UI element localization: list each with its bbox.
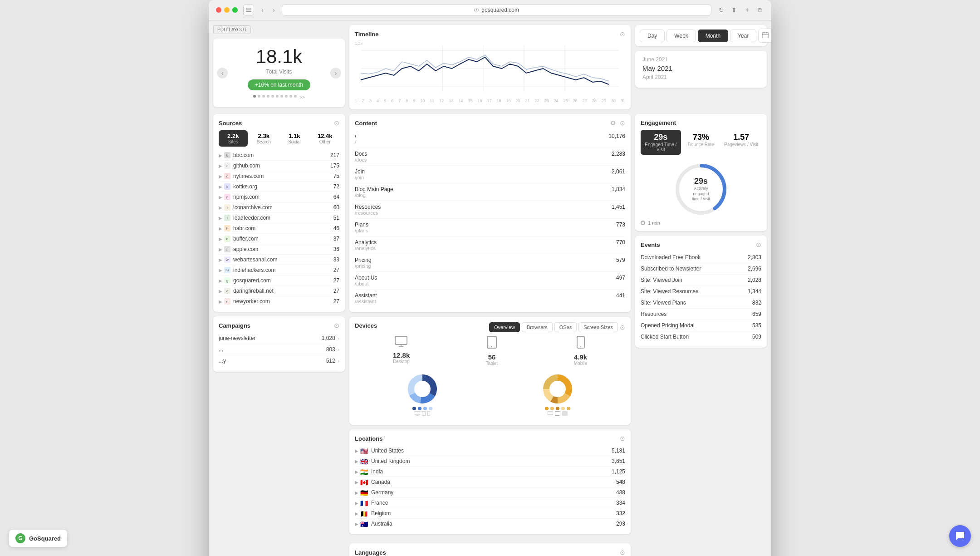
devices-settings-icon[interactable]: ⊙ (620, 324, 625, 331)
day-button[interactable]: Day (640, 30, 665, 42)
sources-settings-icon[interactable]: ⊙ (334, 119, 339, 127)
share-button[interactable]: ⬆ (730, 5, 739, 15)
source-row: ▶lleadfeeder.com51 (219, 213, 339, 223)
tab-sites[interactable]: 2.2k Sites (219, 130, 248, 147)
campaign-row-3: ...y 512 › (219, 355, 339, 366)
mobile-pie-svg (542, 373, 573, 405)
content-row-8: Pricing/pricing 579 (355, 254, 625, 272)
svg-point-23 (580, 346, 581, 347)
reload-button[interactable]: ↻ (717, 5, 726, 15)
mobile-icon-legend (548, 411, 568, 416)
location-uk: United Kingdom (371, 458, 612, 464)
new-tab-button[interactable]: ＋ (742, 5, 752, 15)
flag-ca: 🇨🇦 (360, 479, 368, 485)
device-stat-desktop: 12.8k Desktop (393, 336, 410, 366)
events-header: Events ⊙ (641, 241, 761, 248)
dots-more: >> (299, 95, 305, 100)
hero-nav-right[interactable]: › (330, 68, 341, 79)
event-count-7: 535 (752, 322, 761, 329)
campaign-arrow-2[interactable]: › (338, 347, 339, 352)
svg-rect-32 (548, 411, 553, 415)
chat-button[interactable] (949, 525, 971, 547)
devices-tab-overview[interactable]: Overview (489, 322, 520, 332)
desktop-pie (407, 373, 438, 416)
left-col: Sources ⊙ 2.2k Sites 2.3k Search (213, 114, 345, 556)
eng-bounce-label: Bounce Rate (684, 142, 719, 147)
maximize-button[interactable] (232, 7, 238, 13)
event-name-5: Site: Viewed Plans (641, 300, 686, 306)
past-date[interactable]: April 2021 (642, 74, 760, 80)
engagement-circle-container: 29s Actively engagedtime / visit (641, 162, 761, 216)
content-view-icon[interactable]: ⊙ (620, 119, 625, 127)
languages-settings-icon[interactable]: ⊙ (620, 549, 625, 556)
campaign-name-2: ... (219, 346, 223, 353)
sidebar-toggle[interactable] (243, 5, 254, 15)
left-top: EDIT LAYOUT ‹ 18.1k Total Visits +16% on… (213, 25, 345, 109)
tab-search[interactable]: 2.3k Search (250, 130, 279, 147)
calendar-button[interactable] (758, 29, 771, 43)
svg-point-24 (414, 381, 431, 397)
eng-stat-bounce: 73% Bounce Rate (681, 130, 721, 155)
stats-hero: ‹ 18.1k Total Visits +16% on last month … (213, 39, 345, 107)
forward-button[interactable]: › (271, 5, 277, 15)
flag-uk: 🇬🇧 (360, 458, 368, 464)
campaign-count-1: 1,028 (322, 335, 335, 341)
dot-7 (280, 95, 283, 98)
source-row: ▶wwebartesanal.com33 (219, 255, 339, 265)
tabs-button[interactable]: ⧉ (756, 5, 764, 15)
tab-sites-label: Sites (220, 139, 246, 144)
week-button[interactable]: Week (666, 30, 696, 42)
event-count-5: 832 (752, 300, 761, 306)
tab-other[interactable]: 12.4k Other (311, 130, 340, 147)
future-date[interactable]: June 2021 (642, 56, 760, 63)
date-labels: June 2021 May 2021 April 2021 (635, 51, 767, 88)
content-settings-icon[interactable]: ⚙ (610, 119, 616, 127)
dot-2 (258, 95, 260, 98)
count-us: 5,181 (612, 448, 625, 454)
close-button[interactable] (216, 7, 221, 13)
devices-tab-oses[interactable]: OSes (554, 322, 577, 332)
count-in: 1,125 (612, 468, 625, 475)
minimize-button[interactable] (224, 7, 230, 13)
legend-dot (545, 407, 549, 410)
devices-tab-screen-sizes[interactable]: Screen Sizes (578, 322, 618, 332)
locations-settings-icon[interactable]: ⊙ (620, 435, 625, 442)
event-row-7: Opened Pricing Modal 535 (641, 320, 761, 331)
campaign-arrow-3[interactable]: › (338, 359, 339, 364)
hero-nav-left[interactable]: ‹ (217, 68, 228, 79)
current-date[interactable]: May 2021 (642, 64, 760, 72)
location-de: Germany (371, 489, 616, 496)
mobile-pie (542, 373, 573, 416)
time-controls: Day Week Month Year (635, 25, 767, 46)
campaign-arrow-1[interactable]: › (338, 336, 339, 341)
year-button[interactable]: Year (730, 30, 756, 42)
flag-au: 🇦🇺 (360, 521, 368, 526)
event-name-6: Resources (641, 311, 666, 317)
campaigns-header: Campaigns ⊙ (219, 322, 339, 329)
event-count-3: 2,028 (748, 277, 761, 283)
engagement-title: Engagement (641, 119, 676, 126)
desktop-pie-svg (407, 373, 438, 405)
tab-social[interactable]: 1.1k Social (280, 130, 309, 147)
back-button[interactable]: ‹ (260, 5, 265, 15)
browser-chrome: ‹ › gosquared.com ↻ ⬆ ＋ ⧉ (209, 0, 771, 20)
hero-section: EDIT LAYOUT (213, 25, 345, 34)
timeline-settings[interactable]: ⊙ (620, 30, 625, 38)
svg-point-21 (491, 346, 492, 347)
sources-panel: Sources ⊙ 2.2k Sites 2.3k Search (213, 114, 345, 312)
bottom-row: Sources ⊙ 2.2k Sites 2.3k Search (213, 114, 767, 556)
eng-bounce-value: 73% (684, 133, 719, 142)
campaigns-settings-icon[interactable]: ⊙ (334, 322, 339, 329)
url-bar[interactable]: gosquared.com (282, 5, 711, 15)
event-row-6: Resources 659 (641, 309, 761, 320)
events-settings-icon[interactable]: ⊙ (756, 241, 761, 248)
svg-point-31 (549, 381, 566, 397)
source-row: ▶⌂github.com175 (219, 161, 339, 171)
month-button[interactable]: Month (698, 30, 728, 42)
devices-tab-browsers[interactable]: Browsers (522, 322, 553, 332)
tablet-icon (486, 336, 498, 351)
sources-header: Sources ⊙ (219, 119, 339, 127)
edit-layout-button[interactable]: EDIT LAYOUT (213, 25, 251, 34)
circle-label: Actively engagedtime / visit (687, 186, 715, 202)
check-icon (555, 411, 560, 416)
